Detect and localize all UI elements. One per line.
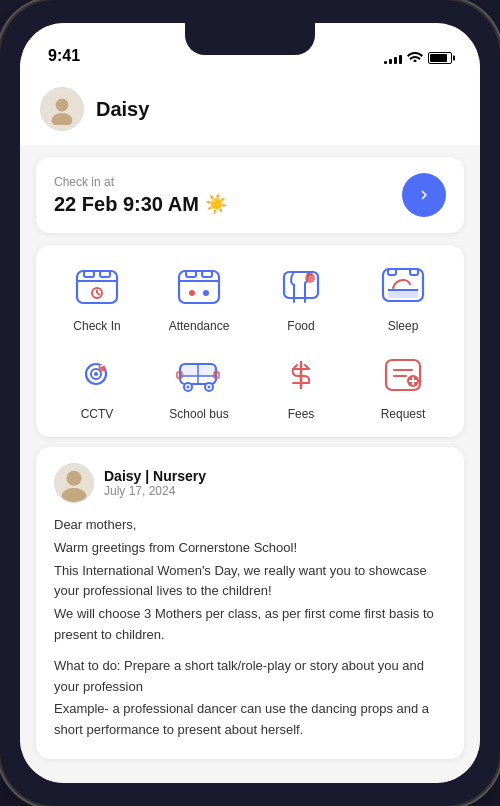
fees-icon [275,349,327,401]
svg-rect-3 [84,271,94,277]
svg-point-44 [62,488,87,503]
announcement-header: Daisy | Nursery July 17, 2024 [54,463,446,503]
signal-icon [384,52,402,64]
avatar [40,87,84,131]
checkin-datetime: 22 Feb 9:30 AM [54,193,199,216]
food-icon [275,261,327,313]
announcement-avatar [54,463,94,503]
request-icon [377,349,429,401]
sleep-label: Sleep [388,319,419,333]
svg-point-24 [94,372,98,376]
status-icons [384,50,452,65]
header: Daisy [20,73,480,145]
menu-item-request[interactable]: Request [363,349,443,421]
cctv-label: CCTV [81,407,114,421]
menu-item-school-bus[interactable]: School bus [159,349,239,421]
phone-screen: 9:41 [20,23,480,783]
announcement-title: Daisy | Nursery [104,468,206,484]
svg-rect-4 [100,271,110,277]
grid-menu: Check In [36,245,464,437]
status-time: 9:41 [48,47,80,65]
announcement-line-2: Warm greetings from Cornerstone School! [54,538,446,559]
fees-label: Fees [288,407,315,421]
battery-icon [428,52,452,64]
food-label: Food [287,319,314,333]
svg-rect-9 [179,271,219,303]
menu-item-sleep[interactable]: Sleep [363,261,443,333]
svg-point-1 [52,113,73,125]
svg-point-13 [189,290,195,296]
cctv-icon [71,349,123,401]
check-in-label: Check In [73,319,120,333]
announcement-meta: Daisy | Nursery July 17, 2024 [104,468,206,498]
announcement-line-3: This International Women's Day, we reall… [54,561,446,603]
check-in-icon [71,261,123,313]
grid-row-2: CCTV [46,349,454,421]
checkin-time: 22 Feb 9:30 AM ☀️ [54,193,227,216]
svg-line-26 [101,365,104,366]
menu-item-fees[interactable]: Fees [261,349,341,421]
svg-rect-11 [202,271,212,277]
sun-icon: ☀️ [205,193,227,215]
attendance-label: Attendance [169,319,230,333]
sleep-icon [377,261,429,313]
svg-point-0 [56,99,69,112]
svg-rect-21 [388,290,418,298]
notch [185,23,315,55]
announcement-line-5: What to do: Prepare a short talk/role-pl… [54,656,446,698]
header-user-name: Daisy [96,98,149,121]
screen-content: Daisy Check in at 22 Feb 9:30 AM ☀️ [20,73,480,783]
school-bus-icon [173,349,225,401]
svg-point-14 [203,290,209,296]
wifi-icon [407,50,423,65]
attendance-icon [173,261,225,313]
svg-rect-19 [410,269,418,275]
menu-item-attendance[interactable]: Attendance [159,261,239,333]
checkin-button[interactable] [402,173,446,217]
announcement-line-4: We will choose 3 Mothers per class, as p… [54,604,446,646]
announcement-date: July 17, 2024 [104,484,206,498]
announcement-line-1: Dear mothers, [54,515,446,536]
announcement-line-6: Example- a professional dancer can use t… [54,699,446,741]
announcement-body: Dear mothers, Warm greetings from Corner… [54,515,446,741]
menu-item-food[interactable]: Food [261,261,341,333]
request-label: Request [381,407,426,421]
menu-item-cctv[interactable]: CCTV [57,349,137,421]
svg-rect-18 [388,269,396,275]
menu-item-check-in[interactable]: Check In [57,261,137,333]
announcement-card: Daisy | Nursery July 17, 2024 Dear mothe… [36,447,464,759]
svg-line-8 [97,293,100,295]
checkin-card: Check in at 22 Feb 9:30 AM ☀️ [36,157,464,233]
school-bus-label: School bus [169,407,228,421]
svg-rect-10 [186,271,196,277]
svg-point-32 [187,386,190,389]
checkin-label: Check in at [54,175,227,189]
phone-frame: 9:41 [0,0,500,806]
svg-point-34 [208,386,211,389]
grid-row-1: Check In [46,261,454,333]
svg-point-43 [66,471,81,486]
checkin-info: Check in at 22 Feb 9:30 AM ☀️ [54,175,227,216]
